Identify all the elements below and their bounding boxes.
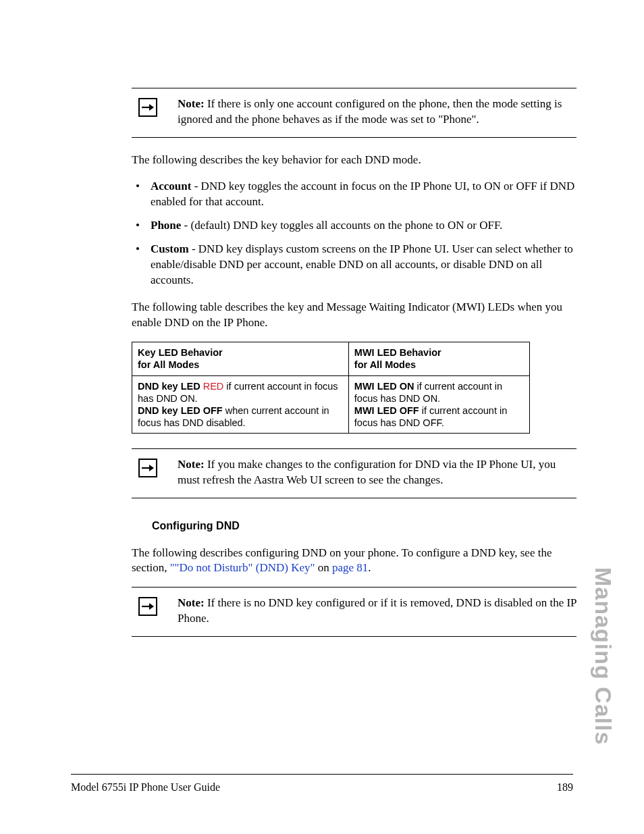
list-item-text: - (default) DND key toggles all accounts… xyxy=(181,219,502,232)
arrow-right-icon xyxy=(141,602,155,611)
note-text: Note: If there is only one account confi… xyxy=(178,97,576,128)
table-cell: MWI LED ON if current account in focus h… xyxy=(348,375,529,434)
cell-bold: DND key LED xyxy=(138,381,203,392)
link-dnd-key[interactable]: ""Do not Disturb" (DND) Key" xyxy=(170,561,315,574)
list-item-text: - DND key displays custom screens on the… xyxy=(151,242,573,286)
svg-marker-3 xyxy=(149,465,154,471)
arrow-icon xyxy=(138,98,157,117)
table-header-cell: Key LED Behavior for All Modes xyxy=(132,342,349,375)
cell-red: RED xyxy=(203,381,224,392)
note-text: Note: If there is no DND key configured … xyxy=(178,596,576,627)
led-behavior-table: Key LED Behavior for All Modes MWI LED B… xyxy=(132,342,530,434)
table-header-line: MWI LED Behavior xyxy=(354,347,441,358)
section-heading: Configuring DND xyxy=(152,519,576,533)
footer-title: Model 6755i IP Phone User Guide xyxy=(71,780,220,795)
paragraph: The following describes the key behavior… xyxy=(132,153,576,168)
cell-bold: MWI LED OFF xyxy=(354,405,419,416)
table-cell: DND key LED RED if current account in fo… xyxy=(132,375,349,434)
list-item: Account - DND key toggles the account in… xyxy=(132,179,576,210)
page-footer: Model 6755i IP Phone User Guide 189 xyxy=(71,774,573,795)
table-header-row: Key LED Behavior for All Modes MWI LED B… xyxy=(132,342,530,375)
note-label: Note: xyxy=(178,596,205,609)
cell-bold: DND key LED OFF xyxy=(138,405,223,416)
paragraph-text: . xyxy=(368,561,371,574)
cell-bold: MWI LED ON xyxy=(354,381,414,392)
svg-marker-1 xyxy=(149,104,154,111)
link-page-81[interactable]: page 81 xyxy=(332,561,368,574)
list-item-label: Custom xyxy=(151,242,189,255)
arrow-icon xyxy=(138,459,157,477)
note-body: If there is no DND key configured or if … xyxy=(178,596,576,625)
table-header-line: for All Modes xyxy=(354,359,416,370)
paragraph: The following table describes the key an… xyxy=(132,300,576,331)
list-item: Custom - DND key displays custom screens… xyxy=(132,242,576,288)
table-header-line: for All Modes xyxy=(138,359,199,370)
note-box: Note: If there is only one account confi… xyxy=(132,88,576,138)
note-body: If there is only one account configured … xyxy=(178,97,562,126)
table-header-line: Key LED Behavior xyxy=(138,347,223,358)
section-tab: Managing Calls xyxy=(587,567,618,745)
list-item: Phone - (default) DND key toggles all ac… xyxy=(132,218,576,234)
list-item-label: Account xyxy=(151,180,191,192)
arrow-right-icon xyxy=(141,463,155,473)
note-label: Note: xyxy=(178,97,205,110)
note-text: Note: If you make changes to the configu… xyxy=(178,457,576,488)
arrow-icon xyxy=(138,597,157,616)
page-number: 189 xyxy=(557,780,573,795)
note-body: If you make changes to the configuration… xyxy=(178,458,556,486)
list-item-label: Phone xyxy=(151,219,181,232)
table-header-cell: MWI LED Behavior for All Modes xyxy=(348,342,529,375)
arrow-right-icon xyxy=(141,103,155,112)
svg-marker-5 xyxy=(149,603,154,610)
paragraph: The following describes configuring DND … xyxy=(132,546,576,577)
note-box: Note: If you make changes to the configu… xyxy=(132,448,576,498)
note-box: Note: If there is no DND key configured … xyxy=(132,587,576,637)
list-item-text: - DND key toggles the account in focus o… xyxy=(151,180,574,208)
table-row: DND key LED RED if current account in fo… xyxy=(132,375,530,434)
note-label: Note: xyxy=(178,458,205,471)
mode-list: Account - DND key toggles the account in… xyxy=(132,179,576,288)
paragraph-text: on xyxy=(315,561,332,574)
